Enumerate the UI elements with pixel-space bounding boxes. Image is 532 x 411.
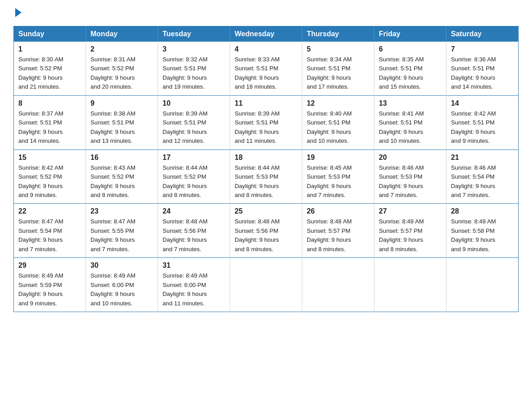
header-cell-saturday: Saturday [446,26,519,42]
day-info: Sunrise: 8:48 AM Sunset: 5:57 PM Dayligh… [307,217,369,254]
day-info: Sunrise: 8:32 AM Sunset: 5:51 PM Dayligh… [163,55,225,92]
day-number: 24 [163,207,225,215]
day-cell: 22 Sunrise: 8:47 AM Sunset: 5:54 PM Dayl… [14,204,86,258]
day-number: 25 [235,207,297,215]
header-cell-sunday: Sunday [14,26,86,42]
logo [13,9,21,18]
day-cell: 25 Sunrise: 8:48 AM Sunset: 5:56 PM Dayl… [230,204,302,258]
day-info: Sunrise: 8:45 AM Sunset: 5:53 PM Dayligh… [307,163,369,200]
calendar-table: SundayMondayTuesdayWednesdayThursdayFrid… [13,26,519,312]
header-cell-thursday: Thursday [302,26,374,42]
day-info: Sunrise: 8:40 AM Sunset: 5:51 PM Dayligh… [307,109,369,146]
day-number: 8 [18,99,81,107]
day-info: Sunrise: 8:49 AM Sunset: 5:57 PM Dayligh… [379,217,442,254]
day-cell: 6 Sunrise: 8:35 AM Sunset: 5:51 PM Dayli… [374,42,446,95]
week-row-5: 29 Sunrise: 8:49 AM Sunset: 5:59 PM Dayl… [14,258,519,312]
day-cell: 18 Sunrise: 8:44 AM Sunset: 5:53 PM Dayl… [230,150,302,204]
day-number: 20 [379,154,442,162]
day-number: 3 [163,45,225,53]
day-number: 26 [307,207,369,215]
week-row-3: 15 Sunrise: 8:42 AM Sunset: 5:52 PM Dayl… [14,150,519,204]
day-info: Sunrise: 8:48 AM Sunset: 5:56 PM Dayligh… [163,217,225,254]
week-row-1: 1 Sunrise: 8:30 AM Sunset: 5:52 PM Dayli… [14,42,519,95]
day-info: Sunrise: 8:36 AM Sunset: 5:51 PM Dayligh… [451,55,514,92]
day-number: 28 [451,207,514,215]
day-info: Sunrise: 8:37 AM Sunset: 5:51 PM Dayligh… [18,109,81,146]
day-cell: 26 Sunrise: 8:48 AM Sunset: 5:57 PM Dayl… [302,204,374,258]
day-cell: 5 Sunrise: 8:34 AM Sunset: 5:51 PM Dayli… [302,42,374,95]
day-cell: 8 Sunrise: 8:37 AM Sunset: 5:51 PM Dayli… [14,95,86,150]
day-cell: 30 Sunrise: 8:49 AM Sunset: 6:00 PM Dayl… [86,258,158,312]
day-number: 27 [379,207,442,215]
day-number: 21 [451,154,514,162]
week-row-4: 22 Sunrise: 8:47 AM Sunset: 5:54 PM Dayl… [14,204,519,258]
day-number: 16 [90,154,153,162]
day-info: Sunrise: 8:39 AM Sunset: 5:51 PM Dayligh… [163,109,225,146]
day-info: Sunrise: 8:49 AM Sunset: 5:59 PM Dayligh… [18,271,81,308]
day-number: 31 [163,261,225,270]
day-info: Sunrise: 8:48 AM Sunset: 5:56 PM Dayligh… [235,217,297,254]
day-info: Sunrise: 8:35 AM Sunset: 5:51 PM Dayligh… [379,55,442,92]
day-number: 7 [451,45,514,53]
day-cell [374,258,446,312]
day-number: 15 [18,154,81,162]
day-number: 5 [307,45,369,53]
day-cell: 21 Sunrise: 8:46 AM Sunset: 5:54 PM Dayl… [446,150,519,204]
day-cell: 3 Sunrise: 8:32 AM Sunset: 5:51 PM Dayli… [158,42,230,95]
day-number: 30 [90,261,153,270]
day-info: Sunrise: 8:49 AM Sunset: 5:58 PM Dayligh… [451,217,514,254]
day-number: 1 [18,45,81,53]
calendar-header: SundayMondayTuesdayWednesdayThursdayFrid… [14,26,519,42]
day-number: 18 [235,154,297,162]
day-info: Sunrise: 8:43 AM Sunset: 5:52 PM Dayligh… [90,163,153,200]
day-info: Sunrise: 8:38 AM Sunset: 5:51 PM Dayligh… [90,109,153,146]
day-number: 10 [163,99,225,107]
day-cell: 14 Sunrise: 8:42 AM Sunset: 5:51 PM Dayl… [446,95,519,150]
day-cell: 31 Sunrise: 8:49 AM Sunset: 6:00 PM Dayl… [158,258,230,312]
day-number: 14 [451,99,514,107]
day-number: 2 [90,45,153,53]
day-info: Sunrise: 8:30 AM Sunset: 5:52 PM Dayligh… [18,55,81,92]
day-info: Sunrise: 8:42 AM Sunset: 5:51 PM Dayligh… [451,109,514,146]
day-number: 22 [18,207,81,215]
day-info: Sunrise: 8:49 AM Sunset: 6:00 PM Dayligh… [163,271,225,308]
day-info: Sunrise: 8:39 AM Sunset: 5:51 PM Dayligh… [235,109,297,146]
day-cell: 27 Sunrise: 8:49 AM Sunset: 5:57 PM Dayl… [374,204,446,258]
logo-triangle-icon [15,8,21,17]
day-info: Sunrise: 8:46 AM Sunset: 5:54 PM Dayligh… [451,163,514,200]
header-cell-wednesday: Wednesday [230,26,302,42]
day-cell: 24 Sunrise: 8:48 AM Sunset: 5:56 PM Dayl… [158,204,230,258]
day-number: 19 [307,154,369,162]
day-number: 6 [379,45,442,53]
header-row: SundayMondayTuesdayWednesdayThursdayFrid… [14,26,519,42]
header-cell-friday: Friday [374,26,446,42]
calendar-body: 1 Sunrise: 8:30 AM Sunset: 5:52 PM Dayli… [14,42,519,312]
header-cell-monday: Monday [86,26,158,42]
day-cell: 20 Sunrise: 8:46 AM Sunset: 5:53 PM Dayl… [374,150,446,204]
day-cell: 16 Sunrise: 8:43 AM Sunset: 5:52 PM Dayl… [86,150,158,204]
day-cell [446,258,519,312]
day-info: Sunrise: 8:34 AM Sunset: 5:51 PM Dayligh… [307,55,369,92]
day-number: 12 [307,99,369,107]
day-number: 17 [163,154,225,162]
day-cell: 9 Sunrise: 8:38 AM Sunset: 5:51 PM Dayli… [86,95,158,150]
week-row-2: 8 Sunrise: 8:37 AM Sunset: 5:51 PM Dayli… [14,95,519,150]
header-cell-tuesday: Tuesday [158,26,230,42]
day-number: 11 [235,99,297,107]
day-number: 4 [235,45,297,53]
day-cell: 28 Sunrise: 8:49 AM Sunset: 5:58 PM Dayl… [446,204,519,258]
day-number: 13 [379,99,442,107]
day-info: Sunrise: 8:44 AM Sunset: 5:52 PM Dayligh… [163,163,225,200]
day-cell: 23 Sunrise: 8:47 AM Sunset: 5:55 PM Dayl… [86,204,158,258]
day-cell: 17 Sunrise: 8:44 AM Sunset: 5:52 PM Dayl… [158,150,230,204]
day-number: 23 [90,207,153,215]
page-header [13,9,519,18]
day-cell: 13 Sunrise: 8:41 AM Sunset: 5:51 PM Dayl… [374,95,446,150]
day-info: Sunrise: 8:46 AM Sunset: 5:53 PM Dayligh… [379,163,442,200]
day-info: Sunrise: 8:33 AM Sunset: 5:51 PM Dayligh… [235,55,297,92]
day-cell: 12 Sunrise: 8:40 AM Sunset: 5:51 PM Dayl… [302,95,374,150]
day-info: Sunrise: 8:31 AM Sunset: 5:52 PM Dayligh… [90,55,153,92]
day-cell: 19 Sunrise: 8:45 AM Sunset: 5:53 PM Dayl… [302,150,374,204]
day-info: Sunrise: 8:47 AM Sunset: 5:54 PM Dayligh… [18,217,81,254]
day-info: Sunrise: 8:49 AM Sunset: 6:00 PM Dayligh… [90,271,153,308]
